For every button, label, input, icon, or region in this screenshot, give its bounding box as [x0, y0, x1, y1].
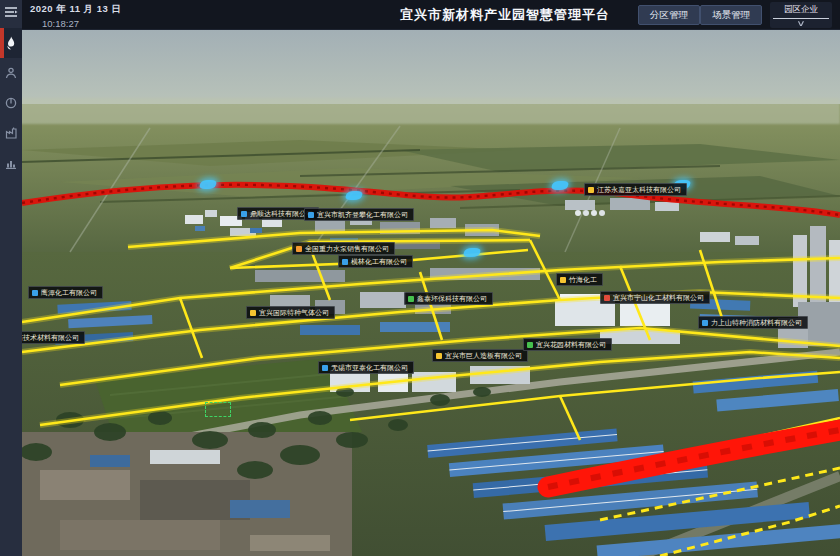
sidebar-item-enterprise[interactable]	[0, 118, 22, 148]
park-enterprise-dropdown[interactable]: 园区企业 ∨	[770, 2, 832, 28]
sidebar	[0, 0, 22, 556]
top-header: 2020 年 11 月 13 日 10:18:27 宜兴市新材料产业园智慧管理平…	[0, 0, 840, 30]
company-label[interactable]: 竹海化工	[556, 273, 603, 286]
company-label[interactable]: 无锡市亚泰化工有限公司	[318, 361, 414, 374]
sidebar-item-statistics[interactable]	[0, 148, 22, 178]
company-marker-icon	[308, 212, 314, 218]
company-label[interactable]: 横林化工有限公司	[338, 255, 413, 268]
company-label-text: 横林化工有限公司	[351, 258, 407, 265]
chevron-down-icon: ∨	[796, 20, 805, 28]
company-label[interactable]: 全国重力水泵销售有限公司	[292, 242, 395, 255]
scene-management-button[interactable]: 场景管理	[700, 5, 762, 25]
company-label-text: 力上山特种消防材料有限公司	[711, 319, 802, 326]
company-marker-icon	[588, 187, 594, 193]
company-label-text: 鑫泰环保科技有限公司	[417, 295, 487, 302]
sidebar-item-power[interactable]	[0, 88, 22, 118]
company-marker-icon	[342, 259, 348, 265]
power-icon	[5, 97, 17, 109]
company-label[interactable]: 江苏永嘉亚太科技有限公司	[584, 183, 687, 196]
company-marker-icon	[604, 295, 610, 301]
dropdown-label: 园区企业	[784, 4, 818, 16]
company-label-text: 鹰潭化工有限公司	[41, 289, 97, 296]
map-3d-view[interactable]	[0, 0, 840, 556]
company-marker-icon	[296, 246, 302, 252]
company-label[interactable]: 力上山特种消防材料有限公司	[698, 316, 808, 329]
zone-management-button[interactable]: 分区管理	[638, 5, 700, 25]
sidebar-item-menu[interactable]	[0, 0, 22, 24]
company-label-text: 全国重力水泵销售有限公司	[305, 245, 389, 252]
company-label-text: 宜兴市凯齐登攀化工有限公司	[317, 211, 408, 218]
company-label-text: 无锡市亚泰化工有限公司	[331, 364, 408, 371]
company-marker-icon	[322, 365, 328, 371]
company-marker-icon	[241, 211, 247, 217]
company-label-text: 宜兴市宇山化工材料有限公司	[613, 294, 704, 301]
sidebar-item-fire-monitor[interactable]	[0, 28, 22, 58]
selection-box	[205, 402, 231, 417]
company-marker-icon	[408, 296, 414, 302]
company-label[interactable]: 宜兴市宇山化工材料有限公司	[600, 291, 710, 304]
company-label-text: 宜兴国际特种气体公司	[259, 309, 329, 316]
factory-icon	[5, 127, 18, 139]
hamburger-icon	[4, 6, 18, 18]
company-label[interactable]: 宜兴花园材料有限公司	[523, 338, 612, 351]
company-label-text: 江苏永嘉亚太科技有限公司	[597, 186, 681, 193]
company-label[interactable]: 鹰潭化工有限公司	[28, 286, 103, 299]
flame-icon	[5, 36, 17, 50]
bar-chart-icon	[5, 158, 17, 169]
company-label-text: 宜兴花园材料有限公司	[536, 341, 606, 348]
company-label[interactable]: 宜兴市凯齐登攀化工有限公司	[304, 208, 414, 221]
datetime-block: 2020 年 11 月 13 日 10:18:27	[30, 3, 121, 29]
page-title: 宜兴市新材料产业园智慧管理平台	[400, 6, 610, 24]
company-marker-icon	[527, 342, 533, 348]
company-label[interactable]: 鑫泰环保科技有限公司	[404, 292, 493, 305]
time-text: 10:18:27	[42, 18, 121, 29]
company-marker-icon	[702, 320, 708, 326]
company-marker-icon	[32, 290, 38, 296]
company-label[interactable]: 宜兴国际特种气体公司	[246, 306, 335, 319]
company-marker-icon	[560, 277, 566, 283]
company-label-text: 宜兴市巨人造板有限公司	[445, 352, 522, 359]
date-text: 2020 年 11 月 13 日	[30, 3, 121, 16]
app-window: 鼎顺达科技有限公司宜兴市凯齐登攀化工有限公司江苏永嘉亚太科技有限公司全国重力水泵…	[0, 0, 840, 556]
sidebar-item-personnel[interactable]	[0, 58, 22, 88]
company-label-text: 竹海化工	[569, 276, 597, 283]
company-marker-icon	[436, 353, 442, 359]
company-marker-icon	[250, 310, 256, 316]
company-label[interactable]: 宜兴市巨人造板有限公司	[432, 349, 528, 362]
person-icon	[5, 67, 17, 79]
